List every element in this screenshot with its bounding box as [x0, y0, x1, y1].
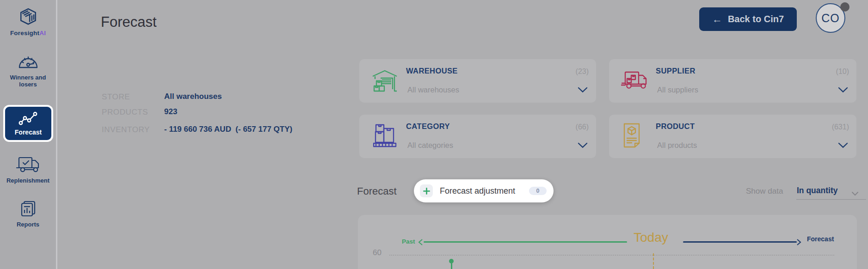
today-divider-line — [653, 253, 654, 269]
summary-inventory-label: INVENTORY — [102, 125, 150, 134]
back-button-label: Back to Cin7 — [728, 14, 784, 24]
sidebar-item-label: Reports — [0, 221, 56, 228]
avatar-initials: CO — [821, 12, 840, 25]
foresight-cube-logo-icon — [18, 20, 38, 28]
line-chart-icon — [18, 120, 39, 128]
pallet-boxes-icon — [371, 123, 398, 150]
brand-name-accent: AI — [39, 30, 46, 37]
past-data-marker-stem — [451, 263, 452, 269]
past-timeline-label: Past — [402, 238, 415, 245]
sidebar-item-reports[interactable]: Reports — [0, 200, 56, 228]
summary-products-value: 923 — [164, 107, 177, 116]
delivery-truck-check-icon — [16, 167, 41, 175]
dotted-gridline — [389, 255, 834, 256]
filter-title: SUPPLIER — [656, 67, 696, 75]
summary-inventory-value: - 119 660 736 AUD (- 657 177 QTY) — [164, 125, 292, 134]
plus-icon — [420, 184, 433, 197]
forecast-timeline-label: Forecast — [807, 235, 834, 243]
filter-count: (66) — [576, 123, 589, 131]
warehouse-icon — [371, 67, 398, 95]
today-label: Today — [634, 230, 668, 245]
filter-card-warehouse[interactable]: WAREHOUSE (23) All warehouses — [359, 59, 596, 103]
brand-name-primary: Foresight — [10, 30, 39, 37]
chevron-down-icon[interactable] — [578, 142, 588, 150]
page-title: Forecast — [101, 14, 157, 31]
report-pages-icon — [19, 211, 37, 219]
chevron-down-icon[interactable] — [578, 86, 588, 95]
sidebar-item-label: Forecast — [5, 129, 51, 136]
past-timeline-line — [424, 241, 627, 243]
forecast-adjustment-label: Forecast adjustment — [440, 186, 515, 196]
chevron-down-icon[interactable] — [838, 142, 848, 150]
filter-selected-value: All products — [657, 141, 697, 150]
filter-selected-value: All categories — [407, 141, 453, 150]
sidebar: ForesightAI Winners and losers — [0, 0, 57, 269]
forecast-arrowhead-icon — [796, 239, 801, 247]
filter-count: (10) — [836, 67, 849, 76]
filter-count: (631) — [832, 123, 849, 131]
filter-title: CATEGORY — [406, 122, 450, 131]
adjustment-count-badge: 0 — [529, 187, 547, 195]
y-axis-tick-60: 60 — [373, 248, 382, 257]
sidebar-item-label: Replenishment — [0, 177, 56, 184]
forecast-timeline-line — [683, 241, 797, 243]
product-sheet-icon — [621, 122, 642, 150]
sidebar-item-winners-and-losers[interactable]: Winners and losers — [0, 53, 56, 88]
left-arrow-icon: ← — [712, 14, 722, 24]
filter-title: WAREHOUSE — [406, 67, 458, 75]
show-data-underline — [796, 199, 866, 200]
supplier-truck-icon — [621, 69, 649, 92]
back-to-cin7-button[interactable]: ← Back to Cin7 — [699, 7, 797, 31]
filter-selected-value: All warehouses — [407, 86, 459, 94]
avatar-status-dot — [840, 2, 850, 12]
forecast-section-title: Forecast — [357, 185, 397, 197]
gauge-icon — [17, 64, 39, 72]
forecast-app-page: ForesightAI Winners and losers — [0, 0, 868, 269]
filter-card-supplier[interactable]: SUPPLIER (10) All suppliers — [609, 59, 856, 103]
filter-selected-value: All suppliers — [657, 86, 698, 94]
show-data-label: Show data — [746, 187, 783, 196]
brand-logo — [0, 7, 56, 29]
past-arrowhead-icon — [418, 239, 423, 247]
show-data-dropdown[interactable]: In quantity — [797, 186, 837, 196]
forecast-adjustment-button[interactable]: Forecast adjustment 0 — [414, 179, 554, 202]
sidebar-item-forecast[interactable]: Forecast — [3, 105, 53, 142]
filter-title: PRODUCT — [656, 122, 695, 131]
summary-products-label: PRODUCTS — [102, 108, 148, 117]
sidebar-item-replenishment[interactable]: Replenishment — [0, 155, 56, 184]
sidebar-item-label: Winners and losers — [0, 74, 56, 88]
filter-count: (23) — [576, 67, 589, 76]
chevron-down-icon[interactable] — [851, 190, 859, 198]
summary-store-label: STORE — [102, 92, 130, 102]
brand-name: ForesightAI — [0, 30, 56, 37]
filter-card-product[interactable]: PRODUCT (631) All products — [609, 115, 856, 158]
summary-store-value: All warehouses — [164, 92, 222, 101]
chevron-down-icon[interactable] — [838, 86, 848, 95]
filter-card-category[interactable]: CATEGORY (66) All categories — [359, 115, 596, 158]
